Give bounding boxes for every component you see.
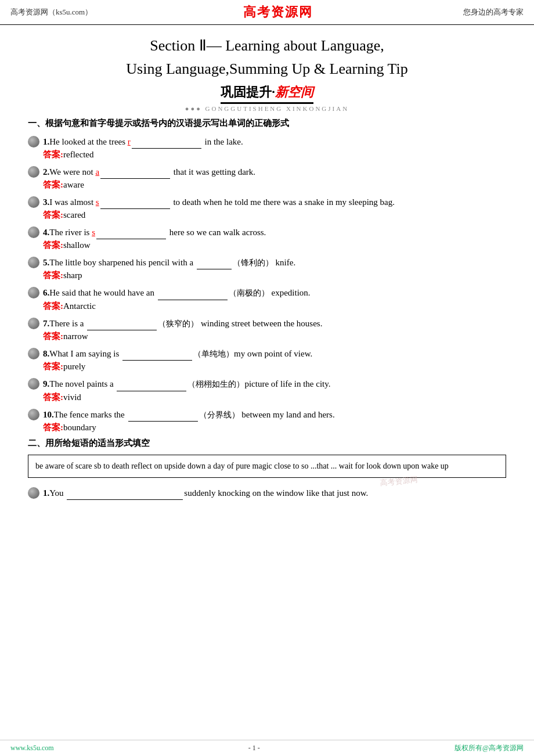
q4-text: 4.The river is s here so we can walk acr… [43, 225, 506, 239]
footer-center: - 1 - [248, 744, 260, 753]
header-right: 您身边的高考专家 [463, 7, 524, 17]
question-9: 9.The novel paints a （栩栩如生的）picture of l… [28, 377, 506, 402]
q1-text: 1.He looked at the trees r in the lake. [43, 135, 506, 149]
s2-question-1: 1.You suddenly knocking on the window li… [28, 486, 506, 500]
banner-bold: 巩固提升· [221, 85, 275, 99]
q2-text: 2.We were not a that it was getting dark… [43, 165, 506, 179]
q7-icon [28, 318, 39, 329]
q3-icon [28, 196, 39, 208]
q6-text: 6.He said that he would have an （南极的） ex… [43, 286, 506, 300]
q5-answer: 答案:sharp [43, 270, 506, 281]
q9-answer: 答案:vivid [43, 392, 506, 403]
q9-text: 9.The novel paints a （栩栩如生的）picture of l… [43, 377, 506, 391]
q10-icon [28, 409, 39, 420]
footer-left: www.ks5u.com [10, 744, 54, 753]
page: 高考资源网（ks5u.com） 高考资源网 您身边的高考专家 Section Ⅱ… [0, 0, 534, 756]
header: 高考资源网（ks5u.com） 高考资源网 您身边的高考专家 [0, 0, 534, 25]
section1-heading: 一、根据句意和首字母提示或括号内的汉语提示写出单词的正确形式 [28, 118, 506, 129]
banner-main: 巩固提升·新空间 [221, 84, 313, 104]
q4-answer: 答案:shallow [43, 240, 506, 251]
section-title-line1: Section Ⅱ— Learning about Language, [28, 35, 506, 56]
question-8: 8.What I am saying is （单纯地）my own point … [28, 347, 506, 372]
q8-icon [28, 348, 39, 359]
q7-text: 7.There is a （狭窄的） winding street betwee… [43, 316, 506, 330]
q7-answer: 答案:narrow [43, 331, 506, 342]
question-7: 7.There is a （狭窄的） winding street betwee… [28, 316, 506, 342]
q2-icon [28, 166, 39, 178]
footer-right: 版权所有@高考资源网 [454, 743, 524, 753]
question-4: 4.The river is s here so we can walk acr… [28, 225, 506, 251]
question-2: 2.We were not a that it was getting dark… [28, 165, 506, 190]
banner: 巩固提升·新空间 ●●● GONGGUTISHENG XINKONGJIAN [28, 84, 506, 112]
q10-answer: 答案:boundary [43, 422, 506, 433]
q5-text: 5.The little boy sharpened his pencil wi… [43, 255, 506, 269]
s2-q1-text: 1.You suddenly knocking on the window li… [43, 486, 506, 500]
question-10: 10.The fence marks the （分界线） between my … [28, 408, 506, 433]
q10-text: 10.The fence marks the （分界线） between my … [43, 408, 506, 422]
word-box: be aware of scare sb to death reflect on… [28, 455, 506, 478]
q8-text: 8.What I am saying is （单纯地）my own point … [43, 347, 506, 361]
s2-q1-icon [28, 487, 39, 499]
q3-text: 3.I was almost s to death when he told m… [43, 195, 506, 209]
q3-answer: 答案:scared [43, 210, 506, 221]
q6-icon [28, 287, 39, 298]
banner-red: 新空间 [275, 85, 313, 99]
q8-answer: 答案:purely [43, 361, 506, 372]
section2-heading: 二、用所给短语的适当形式填空 [28, 438, 506, 449]
q1-answer: 答案:reflected [43, 149, 506, 160]
q2-answer: 答案:aware [43, 179, 506, 190]
question-6: 6.He said that he would have an （南极的） ex… [28, 286, 506, 311]
header-left: 高考资源网（ks5u.com） [10, 7, 92, 17]
footer: www.ks5u.com - 1 - 版权所有@高考资源网 [0, 740, 534, 756]
question-5: 5.The little boy sharpened his pencil wi… [28, 255, 506, 281]
main-content: Section Ⅱ— Learning about Language, Usin… [0, 25, 534, 740]
section-title-line2: Using Language,Summing Up & Learning Tip [28, 59, 506, 80]
q5-icon [28, 257, 39, 268]
q6-answer: 答案:Antarctic [43, 301, 506, 312]
question-3: 3.I was almost s to death when he told m… [28, 195, 506, 221]
header-center: 高考资源网 [243, 3, 313, 21]
q1-icon [28, 136, 39, 147]
question-1: 1.He looked at the trees r in the lake. … [28, 135, 506, 160]
banner-sub: ●●● GONGGUTISHENG XINKONGJIAN [28, 105, 506, 112]
q4-icon [28, 226, 39, 238]
q9-icon [28, 378, 39, 390]
